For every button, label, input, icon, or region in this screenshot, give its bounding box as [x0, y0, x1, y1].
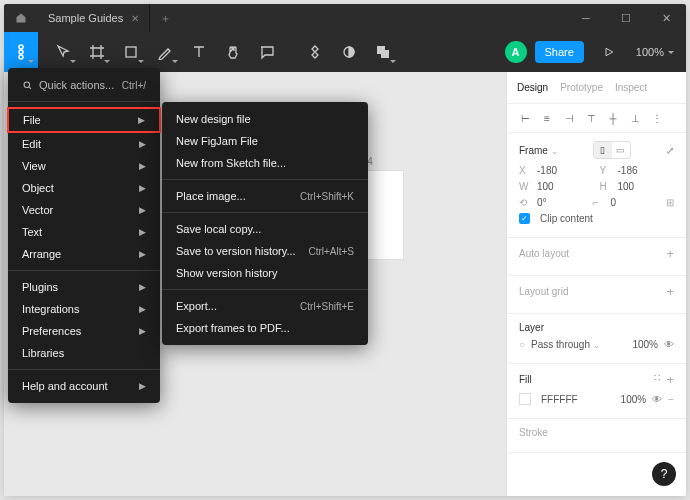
align-left-icon[interactable]: ⊢ [517, 110, 533, 126]
home-button[interactable] [4, 12, 38, 24]
svg-rect-0 [19, 45, 23, 49]
help-button[interactable]: ? [652, 462, 676, 486]
file-new-from-sketch-file-[interactable]: New from Sketch file... [162, 152, 368, 174]
menu-view[interactable]: View▶ [8, 155, 160, 177]
rotation-input[interactable]: 0° [537, 197, 587, 208]
component-tool[interactable] [298, 32, 332, 72]
quick-actions[interactable]: Quick actions... Ctrl+/ [8, 74, 160, 96]
frame-section-title: Frame ⌄ [519, 145, 558, 156]
align-vcenter-icon[interactable]: ┼ [605, 110, 621, 126]
y-input[interactable]: -186 [618, 165, 675, 176]
close-window-button[interactable]: ✕ [646, 4, 686, 32]
svg-rect-2 [19, 55, 23, 59]
fill-style-icon[interactable]: ∷ [654, 372, 660, 387]
visibility-icon[interactable]: 👁 [664, 339, 674, 350]
minimize-button[interactable]: ─ [566, 4, 606, 32]
align-bottom-icon[interactable]: ⊥ [627, 110, 643, 126]
text-tool[interactable] [182, 32, 216, 72]
menu-edit[interactable]: Edit▶ [8, 133, 160, 155]
auto-layout-title: Auto layout [519, 248, 569, 259]
svg-point-7 [24, 82, 30, 88]
menu-vector[interactable]: Vector▶ [8, 199, 160, 221]
tab-inspect[interactable]: Inspect [615, 82, 647, 93]
fill-swatch[interactable] [519, 393, 531, 405]
resize-fit-icon[interactable]: ⤢ [666, 145, 674, 156]
shape-tool[interactable] [114, 32, 148, 72]
share-button[interactable]: Share [535, 41, 584, 63]
titlebar: Sample Guides ✕ ＋ ─ ☐ ✕ [4, 4, 686, 32]
clip-label: Clip content [540, 213, 593, 224]
align-controls: ⊢ ≡ ⊣ ⊤ ┼ ⊥ ⋮ [507, 104, 686, 133]
svg-rect-6 [381, 50, 389, 58]
h-input[interactable]: 100 [618, 181, 675, 192]
menu-preferences[interactable]: Preferences▶ [8, 320, 160, 342]
fill-title: Fill [519, 374, 532, 385]
fill-hex[interactable]: FFFFFF [541, 394, 578, 405]
document-tab[interactable]: Sample Guides ✕ [38, 4, 150, 32]
fill-opacity[interactable]: 100% [621, 394, 647, 405]
opacity-input[interactable]: 100% [632, 339, 658, 350]
menu-object[interactable]: Object▶ [8, 177, 160, 199]
mask-tool[interactable] [332, 32, 366, 72]
svg-rect-1 [19, 50, 23, 54]
maximize-button[interactable]: ☐ [606, 4, 646, 32]
file-save-to-version-history-[interactable]: Save to version history...Ctrl+Alt+S [162, 240, 368, 262]
radius-input[interactable]: 0 [611, 197, 661, 208]
file-export-[interactable]: Export...Ctrl+Shift+E [162, 295, 368, 317]
comment-tool[interactable] [250, 32, 284, 72]
file-show-version-history[interactable]: Show version history [162, 262, 368, 284]
tab-title: Sample Guides [48, 12, 123, 24]
add-grid-button[interactable]: + [666, 284, 674, 299]
w-input[interactable]: 100 [537, 181, 594, 192]
file-submenu: New design fileNew FigJam FileNew from S… [162, 102, 368, 345]
menu-plugins[interactable]: Plugins▶ [8, 276, 160, 298]
close-icon[interactable]: ✕ [131, 13, 139, 24]
toolbar: A Share 100% [4, 32, 686, 72]
align-top-icon[interactable]: ⊤ [583, 110, 599, 126]
tab-design[interactable]: Design [517, 82, 548, 93]
blend-mode[interactable]: Pass through ⌄ [531, 339, 600, 350]
file-save-local-copy-[interactable]: Save local copy... [162, 218, 368, 240]
hand-tool[interactable] [216, 32, 250, 72]
stroke-title: Stroke [519, 427, 548, 438]
add-tab-button[interactable]: ＋ [150, 11, 180, 26]
menu-arrange[interactable]: Arrange▶ [8, 243, 160, 265]
remove-fill-icon[interactable]: − [668, 394, 674, 405]
menu-integrations[interactable]: Integrations▶ [8, 298, 160, 320]
file-new-figjam-file[interactable]: New FigJam File [162, 130, 368, 152]
main-menu-button[interactable] [4, 32, 38, 72]
move-tool[interactable] [46, 32, 80, 72]
add-autolayout-button[interactable]: + [666, 246, 674, 261]
zoom-control[interactable]: 100% [624, 46, 686, 58]
present-button[interactable] [594, 46, 624, 58]
x-input[interactable]: -180 [537, 165, 594, 176]
properties-panel: Design Prototype Inspect ⊢ ≡ ⊣ ⊤ ┼ ⊥ ⋮ F… [506, 72, 686, 496]
menu-help[interactable]: Help and account▶ [8, 375, 160, 397]
file-place-image-[interactable]: Place image...Ctrl+Shift+K [162, 185, 368, 207]
menu-file[interactable]: File▶ [7, 107, 161, 133]
avatar[interactable]: A [505, 41, 527, 63]
menu-text[interactable]: Text▶ [8, 221, 160, 243]
frame-tool[interactable] [80, 32, 114, 72]
clip-checkbox[interactable]: ✓ [519, 213, 530, 224]
resize-mode[interactable]: ▯▭ [593, 141, 631, 159]
radius-detail-icon[interactable]: ⊞ [666, 197, 674, 208]
distribute-icon[interactable]: ⋮ [649, 110, 665, 126]
fill-visibility-icon[interactable]: 👁 [652, 394, 662, 405]
file-export-frames-to-pdf-[interactable]: Export frames to PDF... [162, 317, 368, 339]
layer-title: Layer [519, 322, 544, 333]
menu-libraries[interactable]: Libraries [8, 342, 160, 364]
boolean-tool[interactable] [366, 32, 400, 72]
pen-tool[interactable] [148, 32, 182, 72]
main-menu: Quick actions... Ctrl+/ File▶Edit▶View▶O… [8, 68, 160, 403]
align-right-icon[interactable]: ⊣ [561, 110, 577, 126]
align-hcenter-icon[interactable]: ≡ [539, 110, 555, 126]
layout-grid-title: Layout grid [519, 286, 568, 297]
file-new-design-file[interactable]: New design file [162, 108, 368, 130]
svg-rect-3 [126, 47, 136, 57]
tab-prototype[interactable]: Prototype [560, 82, 603, 93]
add-fill-button[interactable]: + [666, 372, 674, 387]
